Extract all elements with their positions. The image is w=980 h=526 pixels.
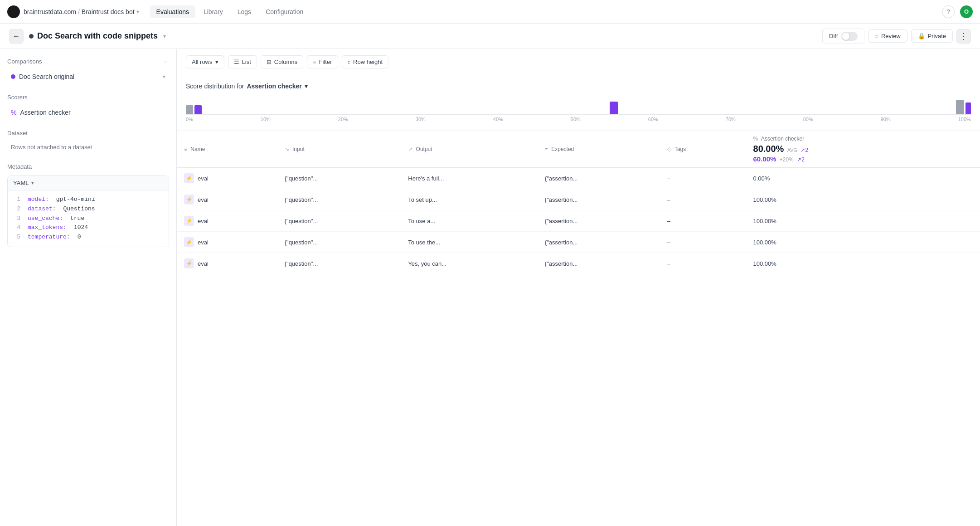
comparisons-collapse-icon[interactable]: |← [162, 58, 169, 65]
help-button[interactable]: ? [942, 5, 955, 18]
more-button[interactable]: ⋮ [956, 29, 971, 44]
score-dist-prefix: Score distribution for [186, 83, 244, 90]
scorer-item-assertion-checker[interactable]: % Assertion checker [7, 106, 169, 119]
cell-expected-2: {"assertion... [538, 210, 660, 232]
label-10: 10% [261, 117, 271, 122]
filter-button[interactable]: ≡ Filter [307, 55, 338, 68]
list-icon: ☰ [234, 58, 239, 65]
breadcrumb-project[interactable]: Braintrust docs bot [82, 8, 135, 15]
col-header-name[interactable]: ≡ Name [177, 131, 277, 168]
yaml-linenum: 4 [13, 223, 20, 233]
private-label: Private [928, 33, 946, 39]
yaml-line: 1model: gpt-4o-mini [13, 195, 163, 205]
toolbar: All rows ▾ ☰ List ⊞ Columns ≡ Filter ↕ R… [177, 49, 980, 75]
label-60: 60% [648, 117, 658, 122]
comparison-chevron[interactable]: ▾ [163, 73, 165, 80]
bar-gray-0pct [186, 105, 193, 114]
avatar[interactable]: O [960, 5, 973, 18]
scorers-section: Scorers % Assertion checker [7, 94, 169, 119]
col-header-input[interactable]: ↘ Input [277, 131, 401, 168]
table-row[interactable]: ⚡ eval {"question"... To set up... {"ass… [177, 189, 980, 210]
table-row[interactable]: ⚡ eval {"question"... Yes, you can... {"… [177, 253, 980, 274]
tab-evaluations[interactable]: Evaluations [150, 5, 195, 18]
comparison-name: Doc Search original [19, 73, 159, 80]
cell-input-4: {"question"... [277, 253, 401, 274]
columns-button[interactable]: ⊞ Columns [261, 55, 303, 68]
yaml-linenum: 3 [13, 214, 20, 224]
table-row[interactable]: ⚡ eval {"question"... To use a... {"asse… [177, 210, 980, 232]
col-header-assertion-checker[interactable]: % Assertion checker 80.00% AVG ↗2 [746, 131, 980, 168]
eval-name-4: eval [198, 260, 209, 267]
page-title-area: Doc Search with code snippets ▾ [29, 31, 166, 41]
list-button[interactable]: ☰ List [228, 55, 257, 68]
label-0: 0% [186, 117, 193, 122]
bar-group-100pct [956, 96, 971, 114]
sub-header-right: Diff ≡ Review 🔒 Private ⋮ [822, 29, 971, 44]
title-chevron[interactable]: ▾ [163, 33, 166, 39]
breadcrumb-org[interactable]: braintrustdata.com [24, 8, 76, 15]
yaml-val: 0 [78, 233, 81, 242]
tab-library[interactable]: Library [197, 5, 229, 18]
diff-toggle[interactable]: Diff [822, 29, 864, 44]
bar-purple-0pct [194, 105, 202, 114]
label-40: 40% [493, 117, 503, 122]
col-icon-expected: = [545, 146, 548, 152]
back-button[interactable]: ← [9, 29, 24, 44]
cell-tags-0: – [660, 168, 746, 189]
yaml-editor: YAML ▾ 1model: gpt-4o-mini2dataset: Ques… [7, 175, 169, 247]
score-dist-chevron[interactable]: ▾ [305, 83, 308, 90]
col-label-tags: Tags [674, 146, 686, 152]
page-title: Doc Search with code snippets [37, 31, 158, 41]
yaml-line: 5temperature: 0 [13, 233, 163, 242]
private-button[interactable]: 🔒 Private [911, 29, 953, 43]
yaml-key: use_cache: [28, 214, 63, 224]
cell-score-2: 100.00% [746, 210, 980, 232]
col-icon-input: ↘ [285, 146, 289, 152]
cell-output-0: Here's a full... [401, 168, 538, 189]
cell-tags-1: – [660, 189, 746, 210]
comparison-item-doc-search-original[interactable]: Doc Search original ▾ [7, 70, 169, 83]
tab-configuration[interactable]: Configuration [259, 5, 310, 18]
dataset-title: Dataset [7, 130, 28, 136]
breadcrumb-separator: / [78, 8, 80, 15]
cell-input-0: {"question"... [277, 168, 401, 189]
bar-purple-100pct [965, 102, 971, 114]
review-button[interactable]: ≡ Review [868, 29, 907, 43]
score-avg-arrow: ↗2 [800, 147, 808, 153]
cell-input-1: {"question"... [277, 189, 401, 210]
col-header-expected[interactable]: = Expected [538, 131, 660, 168]
nav-tabs: Evaluations Library Logs Configuration [150, 5, 310, 18]
score-diff-value: +20% [780, 156, 794, 163]
yaml-header[interactable]: YAML ▾ [8, 176, 169, 190]
table-row[interactable]: ⚡ eval {"question"... Here's a full... {… [177, 168, 980, 189]
score-dist-scorer[interactable]: Assertion checker [247, 83, 301, 90]
cell-name-3: ⚡ eval [177, 232, 277, 253]
score-avg-row: 80.00% AVG ↗2 [753, 144, 973, 154]
eval-icon-1: ⚡ [184, 195, 194, 205]
col-label-output: Output [416, 146, 432, 152]
col-header-tags[interactable]: ◇ Tags [660, 131, 746, 168]
scorers-title: Scorers [7, 94, 28, 101]
eval-name-2: eval [198, 218, 209, 224]
all-rows-button[interactable]: All rows ▾ [186, 55, 224, 68]
cell-output-4: Yes, you can... [401, 253, 538, 274]
cell-input-2: {"question"... [277, 210, 401, 232]
row-height-button[interactable]: ↕ Row height [342, 55, 389, 68]
col-header-output[interactable]: ↗ Output [401, 131, 538, 168]
col-icon-output: ↗ [408, 146, 412, 152]
tab-logs[interactable]: Logs [231, 5, 257, 18]
table-head: ≡ Name ↘ Input ↗ Output = [177, 131, 980, 168]
scorer-name: Assertion checker [20, 109, 70, 116]
toggle-switch[interactable] [841, 32, 858, 41]
breadcrumb-chevron[interactable]: ▾ [136, 9, 139, 15]
cell-tags-2: – [660, 210, 746, 232]
yaml-line: 2dataset: Questions [13, 205, 163, 214]
eval-name-1: eval [198, 196, 209, 203]
table-row[interactable]: ⚡ eval {"question"... To use the... {"as… [177, 232, 980, 253]
label-90: 90% [881, 117, 891, 122]
scorer-col-header: % Assertion checker 80.00% AVG ↗2 [753, 136, 973, 163]
label-20: 20% [338, 117, 348, 122]
top-nav: braintrustdata.com / Braintrust docs bot… [0, 0, 980, 24]
label-30: 30% [416, 117, 426, 122]
all-rows-label: All rows [192, 58, 213, 65]
